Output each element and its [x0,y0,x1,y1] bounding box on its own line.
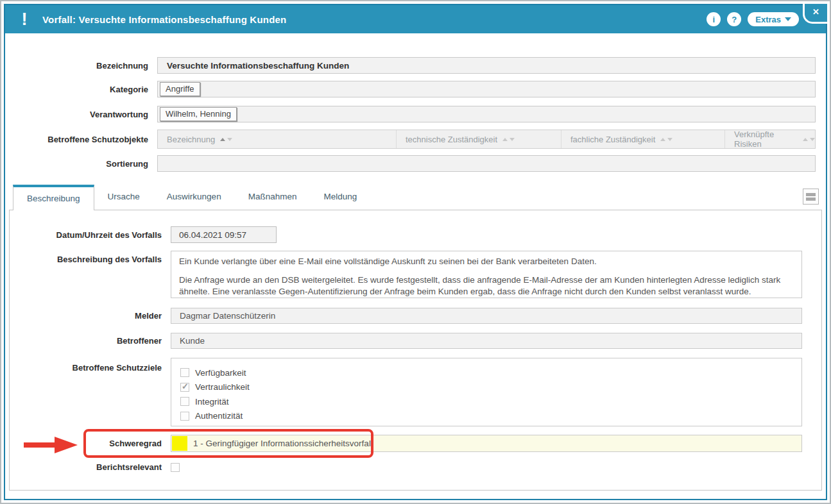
close-icon: ✕ [812,7,819,17]
beschreibung-paragraph: Ein Kunde verlangte über eine E-Mail ein… [179,256,794,267]
row-melder: Melder Dagmar Datenschützerin [18,308,802,324]
sort-icons [502,138,515,141]
betroffener-input[interactable]: Kunde [171,333,802,349]
bezeichnung-input[interactable]: Versuchte Informationsbeschaffung Kunden [157,57,816,74]
sort-desc-icon[interactable] [667,138,673,141]
datum-label: Datum/Uhrzeit des Vorfalls [18,230,162,240]
verfuegbarkeit-label: Verfügbarkeit [195,368,246,378]
melder-label: Melder [18,311,162,321]
incident-window: ! Vorfall: Versuchte Informationsbeschaf… [4,4,827,500]
window-titlebar: ! Vorfall: Versuchte Informationsbeschaf… [5,5,826,33]
alert-icon: ! [15,5,33,33]
authentizitaet-checkbox[interactable] [180,412,189,421]
sortierung-input[interactable] [157,155,816,172]
info-button[interactable]: i [707,12,721,26]
verfuegbarkeit-checkbox[interactable] [180,368,189,377]
titlebar-actions: i ? Extras [707,12,799,26]
caret-down-icon [785,17,791,21]
row-verantwortung: Verantwortung Wilhelm, Henning [5,106,816,122]
sort-desc-icon[interactable] [227,138,232,141]
sort-icons [220,138,232,141]
row-berichtsrelevant: Berichtsrelevant [18,462,802,472]
column-header-technische-zustaendigkeit[interactable]: technische Zuständigkeit [396,130,561,148]
schutzziel-authentizitaet: Authentizität [180,411,801,421]
column-header-label: fachliche Zuständigkeit [570,135,655,144]
kategorie-chip[interactable]: Angriffe [160,82,200,96]
schutzziele-group: Verfügbarkeit Vertraulichkeit Integrität… [171,358,802,426]
row-sortierung: Sortierung [5,155,816,172]
berichtsrelevant-checkbox[interactable] [171,463,180,472]
authentizitaet-label: Authentizität [195,411,243,421]
schutzziel-verfuegbarkeit: Verfügbarkeit [180,368,801,378]
schweregrad-value: 1 - Geringfügiger Informationssicherheit… [193,439,373,448]
sort-asc-icon[interactable] [502,138,508,141]
schweregrad-select[interactable]: 1 - Geringfügiger Informationssicherheit… [171,435,802,452]
tab-auswirkungen[interactable]: Auswirkungen [153,184,235,210]
tab-beschreibung[interactable]: Beschreibung [13,185,94,210]
tab-meldung[interactable]: Meldung [310,184,370,210]
row-schutzziele: Betroffene Schutzziele Verfügbarkeit Ver… [18,358,802,426]
column-header-label: Verknüpfte Risiken [734,130,798,149]
vertraulichkeit-label: Vertraulichkeit [195,382,250,392]
row-schutzobjekte: Betroffene Schutzobjekte Bezeichnung tec… [5,130,816,149]
screenshot-frame: ! Vorfall: Versuchte Informationsbeschaf… [0,0,831,504]
sort-icons [803,138,815,141]
beschreibung-paragraph: Die Anfrage wurde an den DSB weitergelei… [179,274,794,298]
sort-asc-icon[interactable] [220,138,225,141]
tab-panel-beschreibung: Datum/Uhrzeit des Vorfalls 06.04.2021 09… [9,210,822,491]
sortierung-label: Sortierung [5,159,148,169]
verantwortung-input[interactable]: Wilhelm, Henning [157,106,816,122]
row-bezeichnung: Bezeichnung Versuchte Informationsbescha… [5,57,816,74]
row-betroffener: Betroffener Kunde [18,333,802,349]
sort-asc-icon[interactable] [660,138,665,141]
kategorie-label: Kategorie [5,85,148,94]
schweregrad-label: Schweregrad [18,439,162,448]
help-button[interactable]: ? [727,12,741,26]
row-beschreibung-vorfall: Beschreibung des Vorfalls Ein Kunde verl… [18,251,802,298]
schutzziel-integritaet: Integrität [180,397,801,407]
schutzziele-label: Betroffene Schutzziele [18,358,162,373]
tab-massnahmen[interactable]: Maßnahmen [235,184,311,210]
datum-input[interactable]: 06.04.2021 09:57 [171,226,277,243]
window-title: Vorfall: Versuchte Informationsbeschaffu… [42,14,286,25]
column-header-bezeichnung[interactable]: Bezeichnung [158,130,396,148]
tab-ursache[interactable]: Ursache [94,184,153,210]
column-header-label: Bezeichnung [167,135,215,144]
column-header-fachliche-zustaendigkeit[interactable]: fachliche Zuständigkeit [561,130,724,148]
schutzobjekte-table-header: Bezeichnung technische Zuständigkeit fac… [157,130,816,149]
verantwortung-chip[interactable]: Wilhelm, Henning [160,107,237,121]
schutzziel-vertraulichkeit: Vertraulichkeit [180,382,801,392]
verantwortung-label: Verantwortung [5,110,148,119]
integritaet-checkbox[interactable] [180,397,189,406]
sort-asc-icon[interactable] [803,138,808,141]
row-kategorie: Kategorie Angriffe [5,81,816,97]
sort-desc-icon[interactable] [510,138,515,141]
beschreibung-vorfall-textarea[interactable]: Ein Kunde verlangte über eine E-Mail ein… [171,251,802,298]
panel-list-icon[interactable] [803,189,819,205]
vertraulichkeit-checkbox[interactable] [180,383,189,392]
beschreibung-vorfall-label: Beschreibung des Vorfalls [18,251,162,264]
melder-input[interactable]: Dagmar Datenschützerin [171,308,802,324]
kategorie-input[interactable]: Angriffe [157,81,816,97]
row-schweregrad: Schweregrad 1 - Geringfügiger Informatio… [18,435,802,452]
extras-button[interactable]: Extras [748,12,799,26]
extras-button-label: Extras [755,15,781,24]
row-datum: Datum/Uhrzeit des Vorfalls 06.04.2021 09… [18,226,802,243]
column-header-verknuepfte-risiken[interactable]: Verknüpfte Risiken [724,130,815,148]
berichtsrelevant-label: Berichtsrelevant [18,462,162,472]
schutzobjekte-label: Betroffene Schutzobjekte [5,135,148,144]
betroffener-label: Betroffener [18,336,162,346]
severity-color-swatch [172,436,187,451]
bezeichnung-label: Bezeichnung [5,61,148,71]
integritaet-label: Integrität [195,397,229,407]
column-header-label: technische Zuständigkeit [406,135,497,144]
close-button[interactable]: ✕ [803,4,827,24]
tab-bar: Beschreibung Ursache Auswirkungen Maßnah… [9,184,822,210]
sort-icons [660,138,673,141]
sort-desc-icon[interactable] [810,138,815,141]
